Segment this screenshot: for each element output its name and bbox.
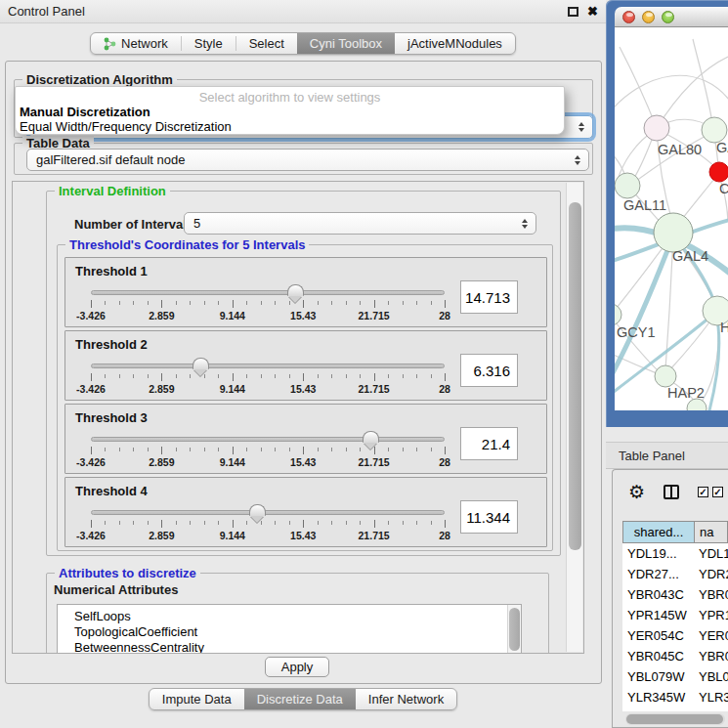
bottom-tab-strip: Impute DataDiscretize DataInfer Network <box>149 688 457 710</box>
cell-name: YBR0 <box>695 649 728 664</box>
table-row[interactable]: YIL052CYIL0 <box>622 707 728 711</box>
slider-track[interactable] <box>91 510 445 515</box>
cell-name: YLR3 <box>695 690 728 705</box>
column-header[interactable]: shared... <box>622 521 695 543</box>
table-row[interactable]: YBL079WYBL0 <box>622 666 728 687</box>
tab-label: Discretize Data <box>257 692 343 707</box>
threshold-value-field[interactable]: 21.4 <box>460 427 518 460</box>
threshold-value-field[interactable]: 11.344 <box>460 500 518 534</box>
table-row[interactable]: YBR045CYBR0 <box>622 646 728 666</box>
tab-infer-network[interactable]: Infer Network <box>356 689 456 709</box>
node-label: C <box>719 181 728 196</box>
slider-thumb[interactable] <box>287 284 304 296</box>
zoom-traffic-light-icon[interactable] <box>662 11 674 23</box>
attribute-list-item[interactable]: SelfLoops <box>58 609 521 624</box>
table-toolbar: ⚙ ✓ ✓ <box>613 470 728 513</box>
popup-item-equal-width-frequency[interactable]: Equal Width/Frequency Discretization <box>16 119 564 134</box>
network-window-titlebar[interactable] <box>615 7 728 27</box>
tab-cyni-toolbox[interactable]: Cyni Toolbox <box>297 33 395 54</box>
tick-label: 9.144 <box>203 310 262 321</box>
num-intervals-combo[interactable]: 5 <box>184 212 536 235</box>
stepper-icon <box>522 219 528 229</box>
table-data-combo-value: galFiltered.sif default node <box>36 152 185 167</box>
num-intervals-label: Number of Intervals <box>74 217 193 232</box>
popup-item-manual-discretization[interactable]: Manual Discretization <box>16 105 564 119</box>
threshold-slider[interactable]: -3.4262.8599.14415.4321.71528 <box>91 283 445 324</box>
checkbox-icon[interactable]: ✓ <box>698 487 708 497</box>
node-label: GAL4 <box>672 248 708 264</box>
slider-thumb[interactable] <box>363 431 379 443</box>
group-interval-definition: Interval Definition Number of Intervals … <box>46 191 561 556</box>
cell-shared-name: YDR27... <box>622 567 695 581</box>
threshold-slider[interactable]: -3.4262.8599.14415.4321.71528 <box>91 503 445 544</box>
table-horizontal-scrollbar[interactable] <box>625 713 725 725</box>
apply-button[interactable]: Apply <box>265 657 329 677</box>
table-row[interactable]: YLR345WYLR3 <box>622 687 728 707</box>
threshold-label: Threshold 1 <box>75 264 148 278</box>
slider-thumb[interactable] <box>249 504 266 516</box>
tab-jactivemnodules[interactable]: jActiveMNodules <box>395 33 515 54</box>
attributes-list-scrollbar[interactable] <box>507 605 521 654</box>
tick-label: 15.43 <box>274 310 332 321</box>
network-node[interactable] <box>655 365 676 387</box>
tab-style[interactable]: Style <box>182 33 236 54</box>
slider-thumb[interactable] <box>193 358 209 369</box>
threshold-panel: Threshold 2 -3.4262.8599.14415.4321.7152… <box>64 330 547 401</box>
checkbox-icon[interactable]: ✓ <box>712 487 723 497</box>
network-canvas[interactable]: GAL80GAGAL11CGAL4GCY1HHAP2 <box>615 27 728 410</box>
node-label: GAL80 <box>658 142 702 157</box>
cell-shared-name: YBL079W <box>622 669 695 684</box>
network-node[interactable] <box>709 162 728 182</box>
tab-label: jActiveMNodules <box>407 36 502 51</box>
table-row[interactable]: YER054CYER0 <box>622 625 728 646</box>
network-node[interactable] <box>615 173 640 198</box>
column-header[interactable]: na <box>695 521 728 543</box>
slider-track[interactable] <box>91 364 445 368</box>
columns-icon[interactable] <box>664 485 679 499</box>
tick-label: 2.859 <box>132 310 191 321</box>
tab-select[interactable]: Select <box>236 33 297 54</box>
network-node[interactable] <box>644 115 669 141</box>
tab-label: Style <box>194 36 223 51</box>
tab-label: Network <box>121 36 168 51</box>
gear-icon[interactable]: ⚙ <box>628 483 645 501</box>
slider-track[interactable] <box>91 437 445 442</box>
network-node[interactable] <box>654 213 693 252</box>
tick-label: 15.43 <box>274 383 332 395</box>
table-row[interactable]: YDL19...YDL1 <box>622 543 728 564</box>
numerical-attributes-list[interactable]: SelfLoopsTopologicalCoefficientBetweenne… <box>57 604 522 654</box>
tab-impute-data[interactable]: Impute Data <box>150 689 244 709</box>
cell-shared-name: YBR045C <box>622 649 695 664</box>
settings-scrollbar[interactable] <box>566 183 582 652</box>
tick-label: 21.715 <box>345 456 404 468</box>
float-window-icon[interactable] <box>568 7 578 17</box>
close-traffic-light-icon[interactable] <box>622 11 635 23</box>
slider-track[interactable] <box>91 290 445 295</box>
group-thresholds: Threshold's Coordinates for 5 Intervals … <box>57 244 553 551</box>
table-data-combo[interactable]: galFiltered.sif default node <box>26 149 589 171</box>
attribute-list-item[interactable]: BetweennessCentrality <box>58 640 521 654</box>
table-row[interactable]: YPR145WYPR1 <box>622 605 728 625</box>
tick-label: 9.144 <box>203 530 262 541</box>
tab-network[interactable]: Network <box>91 33 181 54</box>
threshold-value-field[interactable]: 14.713 <box>460 280 518 314</box>
threshold-label: Threshold 3 <box>75 410 148 425</box>
table-row[interactable]: YDR27...YDR2 <box>622 564 728 584</box>
network-node[interactable] <box>615 304 621 325</box>
tick-label: 2.859 <box>132 456 191 468</box>
tick-label: -3.426 <box>62 383 120 395</box>
tab-label: Cyni Toolbox <box>310 36 382 51</box>
attribute-list-item[interactable]: TopologicalCoefficient <box>58 624 521 640</box>
threshold-slider[interactable]: -3.4262.8599.14415.4321.71528 <box>91 357 445 398</box>
tab-discretize-data[interactable]: Discretize Data <box>244 689 356 709</box>
num-intervals-value: 5 <box>193 216 200 231</box>
cell-shared-name: YDL19... <box>622 546 695 561</box>
tab-label: Select <box>249 36 284 51</box>
threshold-value-field[interactable]: 6.316 <box>460 354 518 387</box>
table-row[interactable]: YBR043CYBR0 <box>622 584 728 605</box>
node-label: GA <box>716 140 728 155</box>
threshold-slider[interactable]: -3.4262.8599.14415.4321.71528 <box>91 430 445 471</box>
threshold-label: Threshold 2 <box>75 337 148 352</box>
close-icon[interactable]: ✖ <box>587 5 598 18</box>
minimize-traffic-light-icon[interactable] <box>642 11 655 23</box>
